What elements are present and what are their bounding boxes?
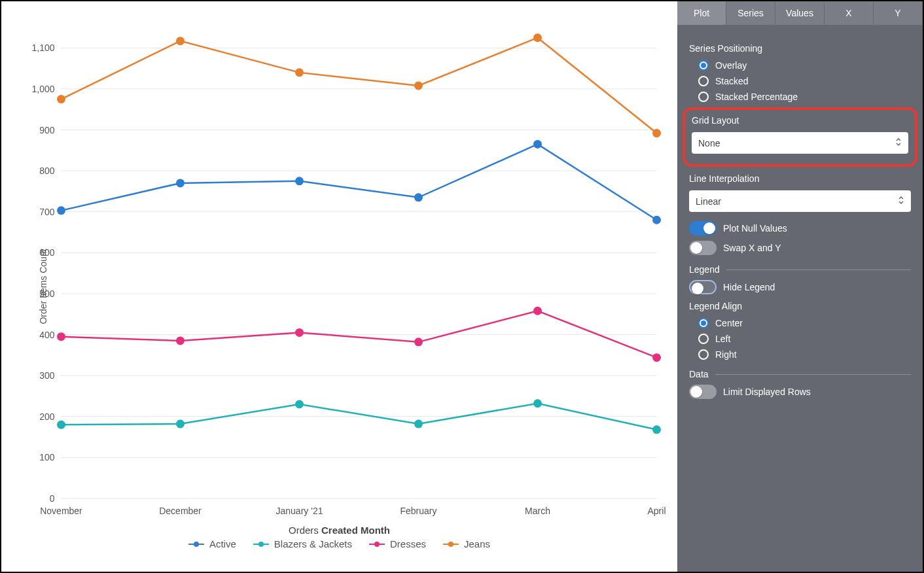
series-positioning-radio-stacked[interactable] [698,76,709,86]
legend-item[interactable]: Blazers & Jackets [253,538,352,549]
select-chevron-icon [895,137,902,148]
legend-align-radio-center[interactable] [698,318,709,328]
series-positioning-radio-label: Overlay [715,60,747,71]
svg-point-45 [415,338,422,345]
svg-point-37 [177,421,184,428]
svg-point-44 [296,329,303,336]
svg-point-31 [177,179,184,186]
svg-point-35 [653,217,660,224]
legend-swatch-icon [188,544,204,545]
svg-point-42 [58,333,65,340]
legend-align-radio-left[interactable] [698,334,709,344]
legend-align-radio-right[interactable] [698,349,709,360]
svg-point-46 [534,307,541,315]
svg-point-47 [653,354,660,361]
grid-layout-select[interactable]: None [692,132,908,154]
svg-text:800: 800 [39,165,55,176]
svg-text:April: April [647,506,666,516]
series-positioning-radio-overlay[interactable] [698,60,709,71]
settings-tabs: PlotSeriesValuesXY [677,1,923,25]
hide-legend-label: Hide Legend [723,282,775,292]
hide-legend-toggle[interactable] [689,280,717,294]
data-section-label: Data [689,369,709,379]
legend-item[interactable]: Dresses [369,538,426,549]
series-positioning-radio-label: Stacked [715,76,749,86]
series-positioning-radio-label: Stacked Percentage [715,92,798,102]
svg-text:December: December [159,506,202,516]
svg-text:1,100: 1,100 [31,43,54,53]
grid-layout-label: Grid Layout [692,115,908,126]
tab-plot[interactable]: Plot [677,1,726,25]
limit-rows-toggle[interactable] [689,385,717,399]
legend-swatch-icon [443,544,459,545]
legend-align-label: Legend Align [689,301,911,311]
select-chevron-icon [898,196,904,207]
svg-point-38 [296,401,303,408]
legend-item[interactable]: Jeans [443,538,490,549]
settings-sidebar: PlotSeriesValuesXY Series Positioning Ov… [677,1,923,572]
svg-text:1,000: 1,000 [31,84,54,94]
svg-point-41 [653,426,660,433]
svg-text:February: February [400,506,436,516]
svg-point-48 [58,95,65,103]
svg-point-33 [415,194,422,201]
grid-layout-highlight: Grid Layout None [683,107,917,167]
legend-swatch-icon [369,544,385,545]
svg-text:900: 900 [39,125,55,135]
legend-align-radio-label: Right [715,349,737,360]
svg-point-51 [415,82,422,89]
x-axis-label: Orders Created Month [8,525,671,536]
svg-text:100: 100 [39,452,55,462]
svg-point-40 [534,400,541,407]
svg-point-36 [58,421,65,428]
tab-values[interactable]: Values [775,1,825,25]
line-interpolation-select[interactable]: Linear [689,190,911,212]
line-chart: 01002003004005006007008009001,0001,100No… [8,14,671,525]
svg-text:November: November [40,506,82,516]
legend-swatch-icon [253,544,269,545]
legend-item[interactable]: Active [188,538,236,549]
legend-align-radio-label: Center [715,318,743,328]
swap-xy-toggle[interactable] [689,241,717,255]
svg-text:700: 700 [39,207,55,217]
chart-panel: Order Items Count 0100200300400500600700… [1,1,677,572]
svg-point-52 [534,34,541,41]
legend-section-label: Legend [689,264,720,275]
svg-point-49 [177,37,184,44]
legend-label: Dresses [390,538,426,549]
svg-point-30 [58,207,65,214]
svg-text:300: 300 [39,370,55,381]
svg-point-43 [177,337,184,344]
svg-point-32 [296,177,303,184]
svg-point-53 [653,130,660,137]
svg-text:0: 0 [50,493,55,504]
legend-align-radio-label: Left [715,334,730,344]
chart-legend: ActiveBlazers & JacketsDressesJeans [8,538,671,549]
swap-xy-label: Swap X and Y [723,243,781,253]
plot-null-values-toggle[interactable] [689,221,717,235]
legend-label: Active [209,538,236,549]
tab-y[interactable]: Y [874,1,923,25]
svg-point-50 [296,69,303,76]
svg-point-34 [534,141,541,148]
y-axis-label: Order Items Count [38,249,48,324]
svg-text:400: 400 [39,330,55,340]
svg-text:March: March [525,506,550,516]
line-interpolation-label: Line Interpolation [689,173,911,184]
svg-text:January '21: January '21 [276,506,323,516]
svg-text:200: 200 [39,411,55,422]
limit-rows-label: Limit Displayed Rows [723,387,811,397]
series-positioning-label: Series Positioning [689,43,911,54]
series-positioning-radio-stacked-percentage[interactable] [698,92,709,102]
plot-null-values-label: Plot Null Values [723,223,787,234]
svg-point-39 [415,421,422,428]
tab-x[interactable]: X [825,1,874,25]
tab-series[interactable]: Series [726,1,775,25]
legend-label: Jeans [464,538,490,549]
legend-label: Blazers & Jackets [274,538,352,549]
